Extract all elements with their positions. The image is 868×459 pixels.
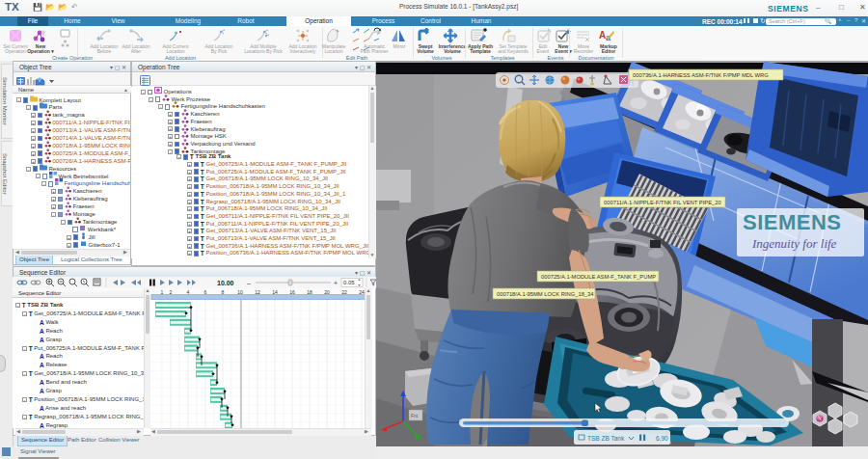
svg-text:12: 12 [255, 289, 260, 295]
svg-text:22: 22 [341, 289, 347, 295]
svg-text:8: 8 [222, 289, 225, 295]
svg-text:14: 14 [272, 289, 278, 295]
svg-text:4: 4 [187, 289, 190, 295]
svg-text:1: 1 [161, 289, 164, 295]
svg-text:000725/A.1-MODULE ASM-F_TANK F: 000725/A.1-MODULE ASM-F_TANK F_PUMP [541, 274, 656, 280]
svg-text:6: 6 [204, 289, 207, 295]
svg-text:TSB ZB Tank: TSB ZB Tank [587, 435, 625, 442]
svg-text:Fnt: Fnt [411, 413, 419, 418]
svg-text:6.90: 6.90 [656, 435, 668, 442]
svg-text:SIEMENS: SIEMENS [743, 210, 842, 234]
svg-text:18: 18 [307, 289, 312, 295]
svg-text:–: – [247, 280, 251, 286]
svg-text:+: + [334, 280, 338, 286]
svg-text:0.05: 0.05 [343, 280, 355, 285]
svg-text:10: 10 [237, 289, 243, 295]
svg-text:000711/A.1-NIPPLE-F/TNK FIL VE: 000711/A.1-NIPPLE-F/TNK FIL VENT PIPE_20 [604, 200, 721, 205]
svg-text:2: 2 [170, 289, 173, 295]
svg-text:000718/A.1-95MM LOCK RING_18_3: 000718/A.1-95MM LOCK RING_18_34 [497, 291, 594, 297]
svg-text:16: 16 [289, 289, 295, 295]
svg-text:Ingenuity for life: Ingenuity for life [751, 236, 837, 251]
svg-text:10.00: 10.00 [217, 280, 234, 286]
svg-text:000736/A.1-HARNESS ASM-F/TNK F: 000736/A.1-HARNESS ASM-F/TNK F/PMP MDL W… [633, 72, 769, 78]
svg-text:20: 20 [324, 289, 330, 295]
